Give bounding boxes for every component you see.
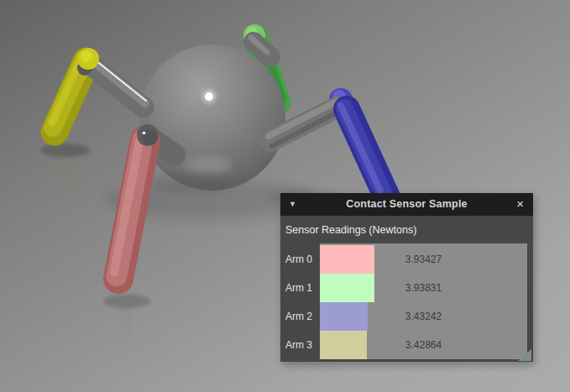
- arm-label: Arm 1: [285, 274, 319, 302]
- robot-body: [139, 44, 285, 193]
- arm-value: 3.93427: [320, 245, 527, 274]
- arm-label: Arm 0: [285, 245, 319, 274]
- panel-title: Contact Sensor Sample: [280, 193, 533, 216]
- arm-label: Arm 3: [285, 331, 319, 359]
- arm-label: Arm 2: [285, 302, 319, 331]
- body-specular: [201, 89, 217, 104]
- arm-value: 3.42864: [320, 331, 527, 359]
- robot-leg-yellow: [52, 48, 146, 132]
- section-label: Sensor Readings (Newtons): [285, 222, 416, 238]
- close-icon[interactable]: ×: [516, 193, 524, 216]
- contact-sensor-panel: ▼ Contact Sensor Sample × Sensor Reading…: [280, 193, 533, 362]
- arm-value: 3.93831: [320, 274, 527, 302]
- pink-knee-specular: [143, 132, 146, 135]
- panel-titlebar[interactable]: ▼ Contact Sensor Sample ×: [280, 193, 533, 216]
- arm-value: 3.43242: [320, 302, 527, 331]
